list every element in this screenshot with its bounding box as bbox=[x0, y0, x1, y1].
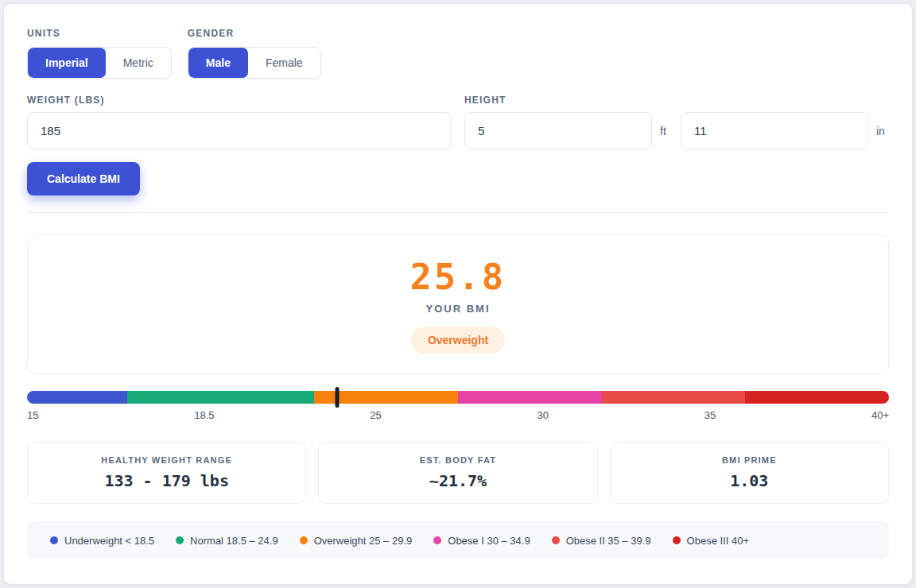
gender-toggle: Male Female bbox=[188, 47, 321, 79]
gender-male-button[interactable]: Male bbox=[188, 48, 248, 78]
height-inches-input[interactable] bbox=[681, 112, 868, 149]
bmi-calculator-panel: UNITS Imperial Metric GENDER Male Female… bbox=[3, 3, 913, 585]
bmi-caption: YOUR BMI bbox=[426, 303, 491, 315]
scale-segment-normal bbox=[127, 391, 314, 404]
legend-label: Overweight 25 – 29.9 bbox=[314, 535, 413, 547]
tick-label: 15 bbox=[27, 409, 38, 421]
tick-label: 35 bbox=[704, 409, 716, 421]
height-label: HEIGHT bbox=[464, 95, 889, 106]
section-divider bbox=[27, 212, 889, 213]
weight-field: WEIGHT (LBS) bbox=[27, 95, 452, 149]
legend-dot-icon bbox=[300, 536, 308, 544]
healthy-weight-range-card: HEALTHY WEIGHT RANGE 133 - 179 lbs bbox=[27, 442, 306, 504]
units-imperial-button[interactable]: Imperial bbox=[28, 48, 106, 78]
weight-input[interactable] bbox=[27, 112, 452, 149]
tick-label: 30 bbox=[538, 409, 549, 421]
legend-label: Obese I 30 – 34.9 bbox=[448, 535, 530, 547]
legend-item-obese-2: Obese II 35 – 39.9 bbox=[552, 535, 651, 547]
tick-label: 40+ bbox=[871, 409, 889, 421]
est-body-fat-card: EST. BODY FAT ~21.7% bbox=[318, 442, 597, 504]
stat-value: 133 - 179 lbs bbox=[104, 471, 229, 490]
legend-label: Obese III 40+ bbox=[687, 535, 749, 547]
bmi-category-badge: Overweight bbox=[411, 327, 505, 354]
inputs-row: WEIGHT (LBS) HEIGHT ft in bbox=[27, 95, 889, 149]
toggles-row: UNITS Imperial Metric GENDER Male Female bbox=[27, 28, 889, 79]
legend-dot-icon bbox=[433, 536, 441, 544]
legend-dot-icon bbox=[176, 536, 184, 544]
height-field: HEIGHT ft in bbox=[464, 95, 889, 149]
legend-item-normal: Normal 18.5 – 24.9 bbox=[176, 535, 278, 547]
height-feet-input[interactable] bbox=[464, 112, 652, 149]
stat-label: BMI PRIME bbox=[722, 455, 777, 465]
legend-label: Underweight < 18.5 bbox=[64, 535, 154, 547]
units-label: UNITS bbox=[27, 28, 172, 39]
legend-label: Normal 18.5 – 24.9 bbox=[190, 535, 278, 547]
bmi-scale: 15 18.5 25 30 35 40+ bbox=[27, 391, 889, 421]
bmi-result-card: 25.8 YOUR BMI Overweight bbox=[27, 234, 889, 374]
bmi-marker bbox=[336, 387, 340, 408]
units-metric-button[interactable]: Metric bbox=[106, 48, 171, 78]
bmi-legend: Underweight < 18.5 Normal 18.5 – 24.9 Ov… bbox=[27, 521, 889, 559]
legend-item-obese-1: Obese I 30 – 34.9 bbox=[433, 535, 530, 547]
feet-unit-label: ft bbox=[660, 125, 673, 137]
scale-segment-underweight bbox=[27, 391, 127, 404]
stat-label: EST. BODY FAT bbox=[420, 455, 496, 465]
legend-item-obese-3: Obese III 40+ bbox=[673, 535, 749, 547]
gender-field: GENDER Male Female bbox=[188, 28, 321, 79]
bmi-value: 25.8 bbox=[410, 256, 506, 298]
height-inputs: ft in bbox=[464, 112, 889, 149]
tick-label: 18.5 bbox=[194, 409, 214, 421]
legend-dot-icon bbox=[552, 536, 560, 544]
units-toggle: Imperial Metric bbox=[27, 47, 172, 79]
bmi-scale-track bbox=[27, 391, 889, 404]
tick-label: 25 bbox=[370, 409, 381, 421]
stats-row: HEALTHY WEIGHT RANGE 133 - 179 lbs EST. … bbox=[27, 442, 889, 504]
legend-dot-icon bbox=[673, 536, 681, 544]
stat-value: ~21.7% bbox=[429, 471, 487, 490]
bmi-prime-card: BMI PRIME 1.03 bbox=[610, 442, 889, 504]
scale-segment-obese-2 bbox=[602, 391, 746, 404]
calculate-bmi-button[interactable]: Calculate BMI bbox=[27, 162, 140, 195]
units-field: UNITS Imperial Metric bbox=[27, 28, 172, 79]
legend-item-underweight: Underweight < 18.5 bbox=[50, 535, 154, 547]
legend-dot-icon bbox=[50, 536, 58, 544]
stat-value: 1.03 bbox=[730, 471, 768, 490]
scale-segment-obese-1 bbox=[458, 391, 602, 404]
gender-female-button[interactable]: Female bbox=[248, 48, 320, 78]
inches-unit-label: in bbox=[876, 125, 889, 137]
gender-label: GENDER bbox=[188, 28, 321, 39]
stat-label: HEALTHY WEIGHT RANGE bbox=[101, 455, 232, 465]
weight-label: WEIGHT (LBS) bbox=[27, 95, 452, 106]
legend-label: Obese II 35 – 39.9 bbox=[566, 535, 651, 547]
scale-segment-obese-3 bbox=[745, 391, 889, 404]
legend-item-overweight: Overweight 25 – 29.9 bbox=[300, 535, 413, 547]
bmi-scale-bar bbox=[27, 391, 889, 404]
bmi-scale-ticks: 15 18.5 25 30 35 40+ bbox=[27, 409, 889, 421]
